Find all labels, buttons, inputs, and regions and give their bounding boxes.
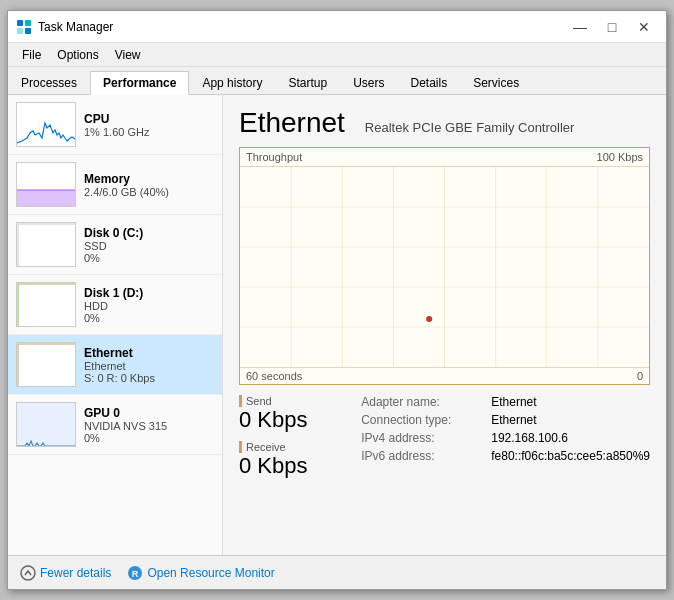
content-area: CPU 1% 1.60 GHz Memory 2.4/6.0 GB (40%) bbox=[8, 95, 666, 555]
disk1-graph bbox=[16, 282, 76, 327]
cpu-name: CPU bbox=[84, 112, 214, 126]
menu-bar: File Options View bbox=[8, 43, 666, 67]
svg-rect-7 bbox=[18, 344, 76, 387]
adapter-row-1: Connection type: Ethernet bbox=[361, 413, 650, 427]
tab-processes[interactable]: Processes bbox=[8, 70, 90, 94]
chart-header: Throughput 100 Kbps bbox=[240, 148, 649, 167]
adapter-key-1: Connection type: bbox=[361, 413, 491, 427]
gpu0-sub2: 0% bbox=[84, 432, 214, 444]
disk1-name: Disk 1 (D:) bbox=[84, 286, 214, 300]
send-value: 0 Kbps bbox=[239, 407, 341, 433]
svg-rect-6 bbox=[18, 284, 76, 327]
window-title: Task Manager bbox=[38, 20, 566, 34]
svg-rect-2 bbox=[17, 28, 23, 34]
tab-performance[interactable]: Performance bbox=[90, 71, 189, 95]
main-subtitle: Realtek PCIe GBE Family Controller bbox=[365, 120, 575, 135]
chart-body bbox=[240, 167, 649, 367]
ethernet-info: Ethernet Ethernet S: 0 R: 0 Kbps bbox=[84, 346, 214, 384]
task-manager-window: Task Manager — □ ✕ File Options View Pro… bbox=[7, 10, 667, 590]
sidebar-item-ethernet[interactable]: Ethernet Ethernet S: 0 R: 0 Kbps bbox=[8, 335, 222, 395]
stats-row: Send 0 Kbps Receive 0 Kbps Adapter name:… bbox=[239, 395, 650, 487]
sidebar-item-cpu[interactable]: CPU 1% 1.60 GHz bbox=[8, 95, 222, 155]
adapter-key-0: Adapter name: bbox=[361, 395, 491, 409]
disk0-sub1: SSD bbox=[84, 240, 214, 252]
tab-services[interactable]: Services bbox=[460, 70, 532, 94]
menu-file[interactable]: File bbox=[14, 46, 49, 64]
main-header: Ethernet Realtek PCIe GBE Family Control… bbox=[239, 107, 650, 139]
window-controls: — □ ✕ bbox=[566, 17, 658, 37]
svg-rect-8 bbox=[17, 403, 76, 447]
chart-label-left: Throughput bbox=[246, 151, 302, 163]
svg-point-21 bbox=[21, 566, 35, 580]
disk0-name: Disk 0 (C:) bbox=[84, 226, 214, 240]
svg-text:R: R bbox=[132, 569, 139, 579]
gpu0-info: GPU 0 NVIDIA NVS 315 0% bbox=[84, 406, 214, 444]
ethernet-sub2: S: 0 R: 0 Kbps bbox=[84, 372, 214, 384]
receive-label: Receive bbox=[239, 441, 341, 453]
svg-rect-1 bbox=[25, 20, 31, 26]
menu-options[interactable]: Options bbox=[49, 46, 106, 64]
chart-footer: 60 seconds 0 bbox=[240, 367, 649, 384]
gpu0-graph bbox=[16, 402, 76, 447]
tabs-bar: Processes Performance App history Startu… bbox=[8, 67, 666, 95]
adapter-val-1: Ethernet bbox=[491, 413, 536, 427]
open-resource-monitor-link[interactable]: R Open Resource Monitor bbox=[127, 565, 274, 581]
sidebar-item-gpu0[interactable]: GPU 0 NVIDIA NVS 315 0% bbox=[8, 395, 222, 455]
adapter-val-0: Ethernet bbox=[491, 395, 536, 409]
stats-col-send-receive: Send 0 Kbps Receive 0 Kbps bbox=[239, 395, 341, 487]
sidebar-item-memory[interactable]: Memory 2.4/6.0 GB (40%) bbox=[8, 155, 222, 215]
fewer-details-link[interactable]: Fewer details bbox=[20, 565, 111, 581]
app-icon bbox=[16, 19, 32, 35]
ethernet-name: Ethernet bbox=[84, 346, 214, 360]
tab-app-history[interactable]: App history bbox=[189, 70, 275, 94]
sidebar: CPU 1% 1.60 GHz Memory 2.4/6.0 GB (40%) bbox=[8, 95, 223, 555]
cpu-sub: 1% 1.60 GHz bbox=[84, 126, 214, 138]
disk1-sub2: 0% bbox=[84, 312, 214, 324]
stat-send: Send 0 Kbps bbox=[239, 395, 341, 433]
adapter-row-0: Adapter name: Ethernet bbox=[361, 395, 650, 409]
tab-details[interactable]: Details bbox=[397, 70, 460, 94]
ethernet-graph bbox=[16, 342, 76, 387]
minimize-button[interactable]: — bbox=[566, 17, 594, 37]
svg-rect-4 bbox=[17, 190, 76, 207]
adapter-row-3: IPv6 address: fe80::f06c:ba5c:cee5:a850%… bbox=[361, 449, 650, 463]
ethernet-sub1: Ethernet bbox=[84, 360, 214, 372]
memory-name: Memory bbox=[84, 172, 214, 186]
gpu0-name: GPU 0 bbox=[84, 406, 214, 420]
cpu-info: CPU 1% 1.60 GHz bbox=[84, 112, 214, 138]
chart-footer-left: 60 seconds bbox=[246, 370, 302, 382]
memory-info: Memory 2.4/6.0 GB (40%) bbox=[84, 172, 214, 198]
title-bar: Task Manager — □ ✕ bbox=[8, 11, 666, 43]
adapter-info: Adapter name: Ethernet Connection type: … bbox=[361, 395, 650, 487]
menu-view[interactable]: View bbox=[107, 46, 149, 64]
throughput-chart: Throughput 100 Kbps bbox=[239, 147, 650, 385]
send-label: Send bbox=[239, 395, 341, 407]
maximize-button[interactable]: □ bbox=[598, 17, 626, 37]
close-button[interactable]: ✕ bbox=[630, 17, 658, 37]
chart-label-right: 100 Kbps bbox=[597, 151, 643, 163]
adapter-key-3: IPv6 address: bbox=[361, 449, 491, 463]
main-title: Ethernet bbox=[239, 107, 345, 139]
cpu-graph bbox=[16, 102, 76, 147]
adapter-key-2: IPv4 address: bbox=[361, 431, 491, 445]
adapter-val-2: 192.168.100.6 bbox=[491, 431, 568, 445]
footer-bar: Fewer details R Open Resource Monitor bbox=[8, 555, 666, 589]
tab-startup[interactable]: Startup bbox=[275, 70, 340, 94]
svg-point-20 bbox=[426, 316, 432, 322]
receive-value: 0 Kbps bbox=[239, 453, 341, 479]
chart-footer-right: 0 bbox=[637, 370, 643, 382]
sidebar-item-disk0[interactable]: Disk 0 (C:) SSD 0% bbox=[8, 215, 222, 275]
sidebar-item-disk1[interactable]: Disk 1 (D:) HDD 0% bbox=[8, 275, 222, 335]
adapter-row-2: IPv4 address: 192.168.100.6 bbox=[361, 431, 650, 445]
tab-users[interactable]: Users bbox=[340, 70, 397, 94]
chevron-up-icon bbox=[20, 565, 36, 581]
disk0-sub2: 0% bbox=[84, 252, 214, 264]
resource-monitor-icon: R bbox=[127, 565, 143, 581]
stat-receive: Receive 0 Kbps bbox=[239, 441, 341, 479]
disk0-info: Disk 0 (C:) SSD 0% bbox=[84, 226, 214, 264]
main-panel: Ethernet Realtek PCIe GBE Family Control… bbox=[223, 95, 666, 555]
gpu0-sub1: NVIDIA NVS 315 bbox=[84, 420, 214, 432]
adapter-val-3: fe80::f06c:ba5c:cee5:a850%9 bbox=[491, 449, 650, 463]
svg-rect-3 bbox=[25, 28, 31, 34]
svg-rect-5 bbox=[18, 224, 76, 267]
